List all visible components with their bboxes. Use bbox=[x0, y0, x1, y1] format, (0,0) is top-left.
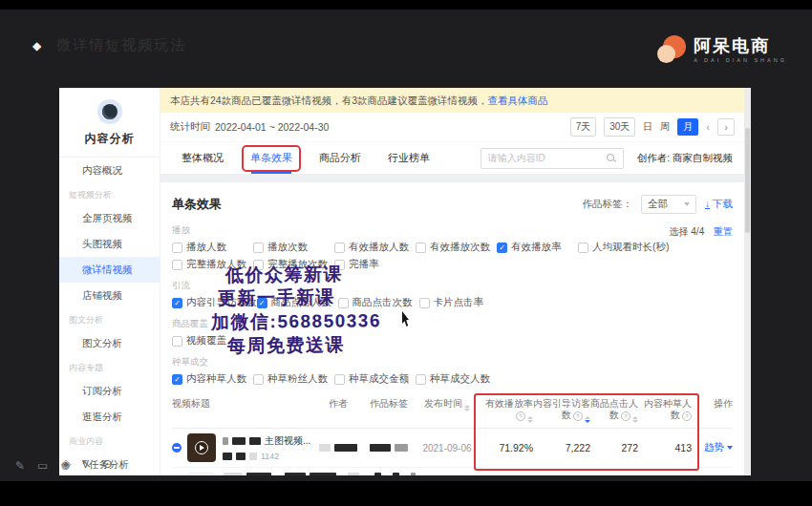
checkbox-checked-icon[interactable]: ✓ bbox=[497, 242, 507, 253]
view-products-link[interactable]: 查看具体商品 bbox=[488, 95, 548, 106]
sidebar-menu: 内容概况短视频分析全屏页视频头图视频微详情视频店铺视频图文分析图文分析内容专题订… bbox=[59, 158, 160, 475]
filter-checkbox-有效播放人数[interactable]: 有效播放人数 bbox=[334, 241, 416, 254]
filter-checkbox-完播率[interactable]: 完播率 bbox=[334, 258, 416, 271]
checkbox-icon[interactable] bbox=[253, 242, 264, 253]
tab-单条效果[interactable]: 单条效果 bbox=[250, 142, 292, 174]
checkbox-icon[interactable] bbox=[416, 242, 426, 253]
redacted-block bbox=[348, 473, 359, 475]
sidebar-item-逛逛分析[interactable]: 逛逛分析 bbox=[59, 404, 160, 430]
redacted-block bbox=[236, 453, 246, 460]
filter-label: 播放次数 bbox=[267, 241, 308, 254]
filter-label: 种草粉丝人数 bbox=[267, 372, 328, 386]
sidebar-item-微详情视频[interactable]: 微详情视频 bbox=[59, 257, 160, 283]
filter-checkbox-播放人数[interactable]: 播放人数 bbox=[172, 241, 253, 254]
checkbox-icon[interactable] bbox=[578, 242, 588, 253]
date-range-button[interactable]: 30天 bbox=[604, 117, 635, 137]
content-id-search-input[interactable]: 请输入内容ID bbox=[481, 148, 624, 169]
checkbox-icon[interactable] bbox=[419, 298, 430, 308]
date-range-button[interactable]: 周 bbox=[660, 120, 670, 134]
column-header-商品点击人数[interactable]: 商品点击人数? bbox=[590, 398, 638, 423]
sidebar-item-图文分析[interactable]: 图文分析 bbox=[59, 330, 160, 356]
date-range-button[interactable]: 7天 bbox=[570, 117, 597, 137]
redacted-block bbox=[223, 453, 232, 460]
trend-action-link[interactable]: 趋势 bbox=[704, 441, 733, 454]
checkbox-icon[interactable] bbox=[416, 374, 426, 385]
date-range-label: 统计时间 bbox=[170, 120, 210, 134]
sidebar-item-店铺视频[interactable]: 店铺视频 bbox=[59, 283, 160, 308]
search-placeholder: 请输入内容ID bbox=[488, 152, 607, 165]
date-range-button[interactable]: 日 bbox=[643, 120, 652, 134]
filter-checkbox-种草成交人数[interactable]: 种草成交人数 bbox=[416, 372, 497, 386]
filter-checkbox-人均观看时长(秒)[interactable]: 人均观看时长(秒) bbox=[578, 241, 670, 254]
video-thumbnail[interactable] bbox=[187, 433, 216, 462]
laser-icon[interactable]: ⊙ bbox=[102, 456, 113, 471]
tab-行业榜单[interactable]: 行业榜单 bbox=[388, 142, 430, 174]
date-range-button[interactable]: 月 bbox=[677, 118, 698, 136]
checkbox-icon[interactable] bbox=[172, 242, 182, 253]
analytics-window: 内容分析 内容概况短视频分析全屏页视频头图视频微详情视频店铺视频图文分析图文分析… bbox=[59, 88, 751, 475]
brand-logo: 阿呆电商 A DAI DIAN SHANG bbox=[657, 35, 787, 64]
column-header-发布时间[interactable]: 发布时间 bbox=[417, 398, 478, 411]
slide-title: ◆ 微详情短视频玩法 bbox=[32, 36, 186, 54]
brand-subtitle: A DAI DIAN SHANG bbox=[694, 57, 787, 63]
filter-checkbox-卡片点击率[interactable]: 卡片点击率 bbox=[419, 296, 501, 309]
brand-mascot-icon bbox=[657, 35, 686, 64]
creator-filter-label[interactable]: 创作者: 商家自制视频 bbox=[637, 152, 733, 165]
expand-row-icon[interactable] bbox=[172, 443, 182, 453]
pen-icon[interactable]: ✎ bbox=[15, 459, 25, 473]
filter-checkbox-商品点击次数[interactable]: 商品点击次数 bbox=[338, 296, 419, 309]
filter-checkbox-种草粉丝人数[interactable]: 种草粉丝人数 bbox=[253, 372, 334, 386]
eraser-icon[interactable]: ◈ bbox=[61, 456, 71, 471]
reset-button[interactable]: 重置 bbox=[714, 226, 733, 237]
checkbox-checked-icon[interactable]: ✓ bbox=[172, 374, 182, 385]
sidebar-section-label: 内容专题 bbox=[59, 356, 160, 378]
column-header-内容引导访客数[interactable]: 内容引导访客数? bbox=[533, 398, 590, 423]
slide-title-text: 微详情短视频玩法 bbox=[56, 36, 186, 54]
sidebar-item-全屏页视频[interactable]: 全屏页视频 bbox=[59, 205, 160, 231]
scrollbar-thumb[interactable] bbox=[745, 128, 750, 233]
checkbox-icon[interactable] bbox=[172, 336, 182, 347]
info-icon[interactable]: ? bbox=[516, 411, 525, 421]
search-icon[interactable] bbox=[607, 154, 616, 163]
info-icon[interactable]: ? bbox=[573, 411, 583, 421]
checkbox-icon[interactable] bbox=[253, 374, 264, 385]
sidebar-item-订阅分析[interactable]: 订阅分析 bbox=[59, 378, 160, 404]
board-icon[interactable]: ▭ bbox=[37, 459, 48, 473]
date-range-value: 2022-04-01 ~ 2022-04-30 bbox=[215, 121, 329, 133]
scrollbar[interactable] bbox=[744, 88, 751, 475]
filter-checkbox-内容种草人数[interactable]: ✓内容种草人数 bbox=[172, 372, 253, 386]
video-thumbnail[interactable] bbox=[187, 473, 216, 475]
column-header-有效播放率[interactable]: 有效播放率? bbox=[478, 398, 533, 423]
selection-count: 选择 4/4 bbox=[670, 226, 705, 237]
filter-checkbox-种草成交金额[interactable]: 种草成交金额 bbox=[334, 372, 416, 386]
download-button[interactable]: ↓ 下载 bbox=[705, 198, 733, 211]
filter-label: 有效播放人数 bbox=[349, 241, 409, 254]
tab-整体概况[interactable]: 整体概况 bbox=[182, 142, 224, 174]
avatar bbox=[97, 99, 122, 124]
chevron-left-icon[interactable]: ‹ bbox=[706, 119, 710, 135]
tag-filter-label: 作品标签： bbox=[583, 198, 633, 211]
column-header-作品标签: 作品标签 bbox=[361, 398, 417, 410]
redacted-block bbox=[232, 437, 246, 445]
checkbox-icon[interactable] bbox=[338, 298, 349, 308]
sort-icon[interactable] bbox=[464, 405, 470, 411]
checkbox-icon[interactable] bbox=[172, 260, 182, 270]
filter-checkbox-有效播放次数[interactable]: 有效播放次数 bbox=[416, 241, 497, 254]
sidebar-item-头图视频[interactable]: 头图视频 bbox=[59, 231, 160, 257]
tab-商品分析[interactable]: 商品分析 bbox=[319, 142, 361, 174]
checkbox-icon[interactable] bbox=[334, 374, 345, 385]
banner-text: 本店共有24款商品已覆盖微详情视频，有3款商品建议覆盖微详情视频， bbox=[170, 95, 488, 106]
info-icon[interactable]: ? bbox=[682, 411, 692, 421]
tag-filter-select[interactable]: 全部 bbox=[641, 195, 696, 214]
info-icon[interactable]: ? bbox=[621, 411, 630, 421]
chevron-right-icon[interactable]: › bbox=[717, 118, 735, 136]
filter-checkbox-播放次数[interactable]: 播放次数 bbox=[253, 241, 334, 254]
cursor-icon[interactable]: ↖ bbox=[81, 456, 92, 471]
seed-users-value: 413 bbox=[674, 442, 692, 453]
video-title[interactable]: 主图视频... bbox=[265, 434, 310, 448]
filter-checkbox-有效播放率[interactable]: ✓有效播放率 bbox=[497, 241, 578, 254]
filter-label: 视频覆盖 bbox=[186, 334, 226, 348]
checkbox-icon[interactable] bbox=[334, 242, 345, 253]
checkbox-checked-icon[interactable]: ✓ bbox=[172, 298, 182, 308]
sidebar-item-内容概况[interactable]: 内容概况 bbox=[59, 158, 160, 183]
